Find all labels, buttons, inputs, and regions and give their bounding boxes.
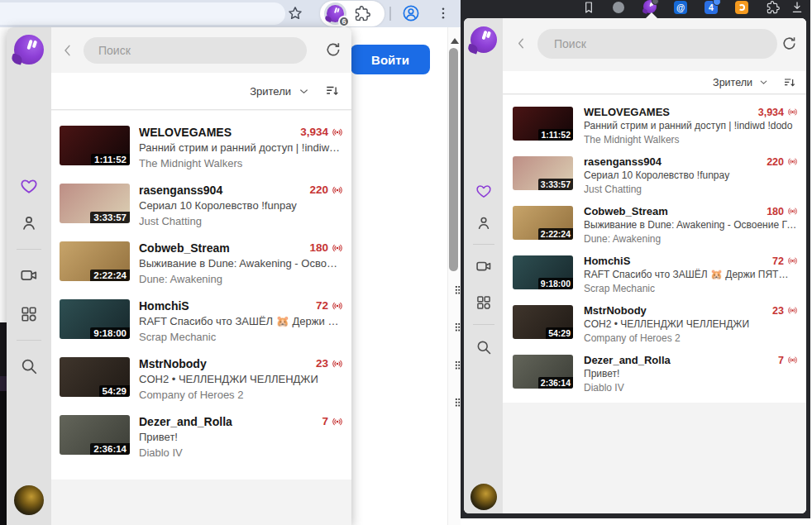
stream-game[interactable]: Dune: Awakening xyxy=(139,271,343,287)
generic-extension-icon[interactable] xyxy=(613,2,624,13)
videos-camera-icon[interactable] xyxy=(20,266,38,284)
stream-thumbnail[interactable]: 1:11:52 xyxy=(513,107,573,141)
followed-heart-icon[interactable] xyxy=(20,177,38,195)
streamer-name[interactable]: MstrNobody xyxy=(139,357,309,370)
live-broadcast-icon xyxy=(787,206,798,217)
stream-row[interactable]: 9:18:00 HomchiS 72 RAFT Спасибо что ЗАШЁ… xyxy=(503,249,806,298)
at-extension-icon[interactable]: @ xyxy=(674,1,687,14)
stream-row[interactable]: 54:29 MstrNobody 23 COH2 • ЧЕЛЛЕНДЖИ ЧЕЛ… xyxy=(51,348,351,406)
streamer-name[interactable]: Dezer_and_Rolla xyxy=(584,354,771,366)
refresh-icon[interactable] xyxy=(781,36,797,51)
sort-by-label[interactable]: Зрители xyxy=(713,77,752,88)
stream-thumbnail[interactable]: 2:36:14 xyxy=(60,415,130,455)
profile-icon[interactable] xyxy=(402,4,420,22)
extensions-puzzle-icon[interactable] xyxy=(355,6,370,21)
search-icon[interactable] xyxy=(475,339,492,356)
stream-game[interactable]: Just Chatting xyxy=(584,183,798,197)
bookmark-flag-icon[interactable] xyxy=(582,1,595,14)
streamer-name[interactable]: WELOVEGAMES xyxy=(584,106,752,118)
categories-grid-icon[interactable] xyxy=(20,305,38,323)
videos-camera-icon[interactable] xyxy=(475,258,492,274)
live-broadcast-icon xyxy=(332,242,343,254)
viewer-count: 23 xyxy=(772,305,784,317)
browser-menu-icon[interactable] xyxy=(436,6,451,21)
streamer-name[interactable]: HomchiS xyxy=(139,299,309,313)
stream-thumbnail[interactable]: 2:36:14 xyxy=(513,355,573,389)
stream-game[interactable]: Diablo IV xyxy=(584,381,798,395)
streamer-name[interactable]: MstrNobody xyxy=(584,304,766,317)
stream-row[interactable]: 54:29 MstrNobody 23 COH2 • ЧЕЛЛЕНДЖИ ЧЕЛ… xyxy=(503,298,806,348)
chevron-down-icon[interactable] xyxy=(758,77,769,88)
followed-heart-icon[interactable] xyxy=(475,183,492,199)
channels-person-icon[interactable] xyxy=(475,215,492,231)
user-avatar[interactable] xyxy=(470,484,497,510)
streamer-name[interactable]: Cobweb_Stream xyxy=(584,205,760,217)
stream-thumbnail[interactable]: 3:33:57 xyxy=(513,156,573,190)
sort-order-icon[interactable] xyxy=(783,76,796,89)
stream-thumbnail[interactable]: 9:18:00 xyxy=(60,299,130,339)
bookmark-star-icon[interactable] xyxy=(287,5,303,21)
refresh-icon[interactable] xyxy=(325,41,342,58)
orange-extension-icon[interactable] xyxy=(735,1,748,14)
stream-thumbnail[interactable]: 3:33:57 xyxy=(60,184,130,223)
stream-row[interactable]: 9:18:00 HomchiS 72 RAFT Спасибо что ЗАШЁ… xyxy=(51,290,351,348)
channels-person-icon[interactable] xyxy=(20,214,38,232)
streamer-name[interactable]: rasenganss904 xyxy=(584,155,760,168)
streamer-name[interactable]: Cobweb_Stream xyxy=(139,241,303,255)
search-input[interactable] xyxy=(84,37,307,64)
stream-row[interactable]: 1:11:52 WELOVEGAMES 3,934 Ранний стрим и… xyxy=(51,117,351,174)
extensions-puzzle-icon-dark[interactable] xyxy=(767,1,780,14)
stream-thumbnail[interactable]: 2:22:24 xyxy=(513,206,573,240)
stream-text: rasenganss904 220 Сериал 10 Королевство … xyxy=(139,174,343,229)
stream-game[interactable]: Scrap Mechanic xyxy=(139,329,343,345)
stream-game[interactable]: Diablo IV xyxy=(139,445,343,461)
user-avatar[interactable] xyxy=(14,485,44,515)
stream-row[interactable]: 2:36:14 Dezer_and_Rolla 7 Привет! Diablo… xyxy=(51,406,351,464)
stream-row[interactable]: 3:33:57 rasenganss904 220 Сериал 10 Коро… xyxy=(51,174,351,232)
streamer-name[interactable]: WELOVEGAMES xyxy=(139,126,294,139)
download-icon[interactable] xyxy=(791,1,804,14)
twitch-extension-icon-dark[interactable] xyxy=(643,0,657,13)
stream-game[interactable]: Just Chatting xyxy=(139,213,343,229)
stream-row[interactable]: 2:36:14 Dezer_and_Rolla 7 Привет! Diablo… xyxy=(503,348,806,398)
back-chevron-icon[interactable] xyxy=(514,36,528,50)
stream-game[interactable]: Company of Heroes 2 xyxy=(139,387,343,403)
stream-game[interactable]: Dune: Awakening xyxy=(584,232,798,246)
search-icon[interactable] xyxy=(20,357,38,375)
stream-title: Сериал 10 Королевство !funpay xyxy=(584,169,798,183)
stream-row[interactable]: 2:22:24 Cobweb_Stream 180 Выживание в Du… xyxy=(503,199,806,249)
stream-thumbnail[interactable]: 9:18:00 xyxy=(513,255,573,289)
live-broadcast-icon xyxy=(787,255,798,266)
stream-row[interactable]: 1:11:52 WELOVEGAMES 3,934 Ранний стрим и… xyxy=(503,100,806,150)
stream-row[interactable]: 2:22:24 Cobweb_Stream 180 Выживание в Du… xyxy=(51,232,351,290)
stream-game[interactable]: Company of Heroes 2 xyxy=(584,332,798,346)
popup-content: Зрители 1:11:52 WELOVEGAMES 3,934 xyxy=(51,27,351,525)
stream-thumbnail[interactable]: 54:29 xyxy=(513,305,573,339)
stream-duration-badge: 2:36:14 xyxy=(90,443,130,455)
stream-duration-badge: 2:22:24 xyxy=(538,228,573,240)
four-extension-icon[interactable]: 4 xyxy=(705,1,718,14)
stream-thumbnail[interactable]: 1:11:52 xyxy=(60,126,130,165)
back-chevron-icon[interactable] xyxy=(60,43,75,58)
stream-row[interactable]: 3:33:57 rasenganss904 220 Сериал 10 Коро… xyxy=(503,150,806,199)
stream-game[interactable]: Scrap Mechanic xyxy=(584,282,798,296)
address-bar[interactable] xyxy=(0,2,285,25)
stream-game[interactable]: The Midnight Walkers xyxy=(584,133,798,147)
extension-badge-mini xyxy=(652,0,659,5)
categories-grid-icon[interactable] xyxy=(475,294,492,311)
login-button[interactable]: Войти xyxy=(351,45,430,74)
sort-by-label[interactable]: Зрители xyxy=(250,85,291,98)
search-input[interactable] xyxy=(537,29,777,59)
sort-order-icon[interactable] xyxy=(325,84,340,98)
stream-game[interactable]: The Midnight Walkers xyxy=(139,155,343,171)
scroll-marker-dots xyxy=(455,398,461,407)
stream-thumbnail[interactable]: 2:22:24 xyxy=(60,241,130,281)
streamer-name[interactable]: rasenganss904 xyxy=(139,184,303,197)
streamer-name[interactable]: Dezer_and_Rolla xyxy=(139,415,315,428)
streamer-name[interactable]: HomchiS xyxy=(584,255,766,267)
chevron-down-icon[interactable] xyxy=(298,85,310,98)
stream-thumbnail[interactable]: 54:29 xyxy=(60,357,130,397)
scrollbar-thumb[interactable] xyxy=(449,48,458,271)
scrollbar-up-arrow[interactable] xyxy=(451,38,459,44)
extension-badge: 6 xyxy=(338,16,350,27)
